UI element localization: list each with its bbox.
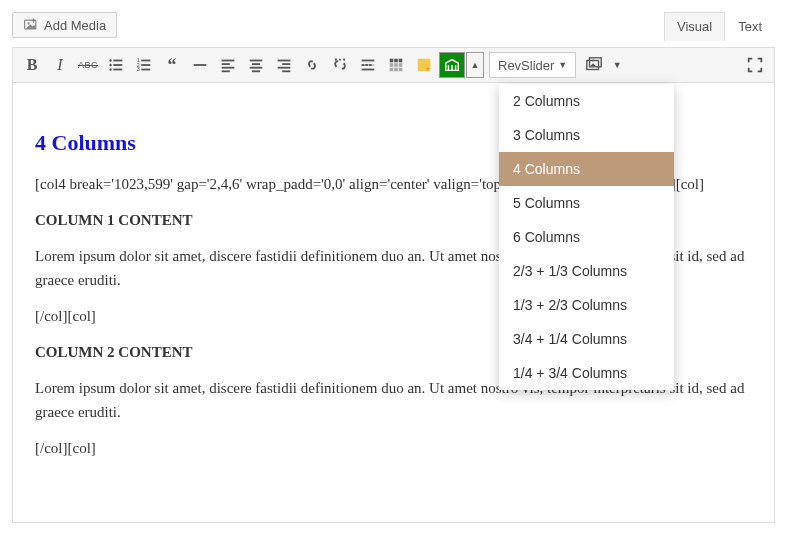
unordered-list-button[interactable] [103,52,129,78]
fullscreen-button[interactable] [742,52,768,78]
columns-dropdown-menu: 2 Columns3 Columns4 Columns5 Columns6 Co… [499,84,674,390]
caret-down-icon: ▼ [558,60,567,70]
columns-option[interactable]: 3/4 + 1/4 Columns [499,322,674,356]
toolbar-toggle-button[interactable] [383,52,409,78]
align-right-button[interactable] [271,52,297,78]
columns-option[interactable]: 2 Columns [499,84,674,118]
align-center-icon [247,56,265,74]
svg-rect-3 [113,60,122,62]
svg-rect-27 [362,60,375,62]
gallery-dropdown-toggle[interactable]: ▼ [608,52,626,78]
kitchen-sink-icon [387,56,405,74]
svg-point-2 [109,59,111,61]
columns-option[interactable]: 5 Columns [499,186,674,220]
svg-rect-22 [252,70,260,72]
revslider-label: RevSlider [498,58,554,73]
svg-rect-31 [369,64,372,66]
gallery-icon [585,56,603,74]
horizontal-rule-button[interactable] [187,52,213,78]
ordered-list-button[interactable]: 123 [131,52,157,78]
svg-rect-41 [399,68,403,72]
columns-option[interactable]: 2/3 + 1/3 Columns [499,254,674,288]
read-more-button[interactable] [355,52,381,78]
columns-dropdown-toggle[interactable]: ▲ [466,52,484,78]
svg-rect-38 [399,63,403,67]
building-icon [443,56,461,74]
hr-icon [191,56,209,74]
svg-rect-14 [194,64,207,66]
align-left-icon [219,56,237,74]
align-left-button[interactable] [215,52,241,78]
svg-rect-13 [141,69,150,71]
tab-visual[interactable]: Visual [664,12,725,41]
svg-point-6 [109,68,111,70]
strikethrough-button[interactable]: ABC [75,52,101,78]
bold-button[interactable]: B [19,52,45,78]
columns-option[interactable]: 1/3 + 2/3 Columns [499,288,674,322]
shortcode-separator-2: [/col][col] [35,436,752,460]
svg-rect-37 [394,63,398,67]
numbered-list-icon: 123 [135,56,153,74]
columns-option[interactable]: 6 Columns [499,220,674,254]
unlink-button[interactable] [327,52,353,78]
svg-rect-35 [399,59,403,63]
svg-rect-40 [394,68,398,72]
columns-option[interactable]: 4 Columns [499,152,674,186]
revslider-button[interactable]: RevSlider ▼ [489,52,576,78]
svg-rect-25 [278,67,291,69]
svg-text:3: 3 [137,66,140,72]
link-icon [303,56,321,74]
media-icon [23,17,39,33]
svg-rect-32 [362,69,375,71]
svg-rect-20 [252,63,260,65]
columns-option[interactable]: 3 Columns [499,118,674,152]
svg-point-4 [109,64,111,66]
tab-text[interactable]: Text [725,12,775,41]
svg-rect-9 [141,60,150,62]
svg-rect-15 [222,60,235,62]
columns-option[interactable]: 1/4 + 3/4 Columns [499,356,674,390]
note-button[interactable] [411,52,437,78]
svg-rect-30 [365,64,368,66]
svg-rect-26 [282,70,290,72]
link-button[interactable] [299,52,325,78]
svg-rect-29 [362,64,365,66]
svg-rect-11 [141,64,150,66]
svg-rect-7 [113,69,122,71]
align-right-icon [275,56,293,74]
svg-rect-16 [222,63,230,65]
svg-point-1 [27,22,29,24]
svg-rect-18 [222,70,230,72]
align-center-button[interactable] [243,52,269,78]
columns-shortcode-button[interactable] [439,52,465,78]
read-more-icon [359,56,377,74]
note-icon [415,56,433,74]
svg-rect-33 [390,59,394,63]
gallery-button[interactable] [581,52,607,78]
svg-point-45 [592,60,594,62]
svg-rect-39 [390,68,394,72]
italic-button[interactable]: I [47,52,73,78]
add-media-button[interactable]: Add Media [12,12,117,38]
svg-rect-34 [394,59,398,63]
bullet-list-icon [107,56,125,74]
editor-toolbar: B I ABC 123 “ ▲ RevSlider ▼ ▼ [12,47,775,83]
blockquote-button[interactable]: “ [159,52,185,78]
unlink-icon [331,56,349,74]
fullscreen-icon [746,56,764,74]
svg-rect-24 [282,63,290,65]
svg-rect-21 [250,67,263,69]
svg-rect-17 [222,67,235,69]
svg-rect-23 [278,60,291,62]
svg-rect-36 [390,63,394,67]
svg-rect-5 [113,64,122,66]
editor-tabs: Visual Text [664,12,775,41]
svg-rect-19 [250,60,263,62]
add-media-label: Add Media [44,18,106,33]
